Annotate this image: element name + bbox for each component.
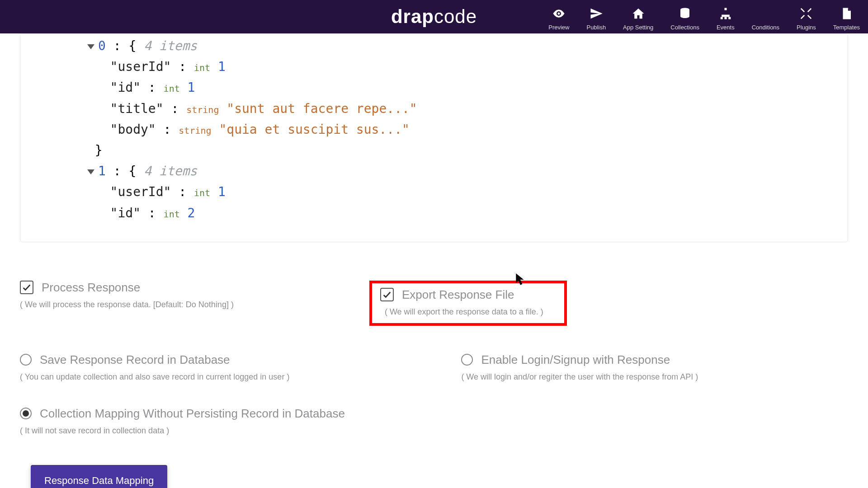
hash-icon bbox=[759, 7, 772, 22]
response-options: Process Response ( We will process the r… bbox=[14, 242, 854, 436]
templates-button[interactable]: Templates bbox=[833, 7, 860, 31]
option-help: ( We will export the response data to a … bbox=[385, 307, 543, 317]
caret-down-icon[interactable] bbox=[87, 169, 94, 174]
top-toolbar: drapcode Preview Publish App Setting Col… bbox=[0, 0, 868, 33]
file-icon bbox=[840, 7, 853, 22]
toolbar-label: Plugins bbox=[797, 24, 816, 31]
svg-point-0 bbox=[558, 12, 560, 14]
json-line: } bbox=[34, 140, 848, 161]
toolbar-label: Templates bbox=[833, 24, 860, 31]
json-line: 1 : { 4 items bbox=[34, 161, 848, 182]
highlighted-export-option: Export Response File ( We will export th… bbox=[369, 281, 567, 326]
radio-unselected-icon[interactable] bbox=[461, 354, 473, 366]
option-help: ( It will not save record in collection … bbox=[20, 426, 345, 436]
svg-rect-5 bbox=[728, 17, 731, 19]
json-response-viewer[interactable]: 0 : { 4 items "userId" : int 1 "id" : in… bbox=[20, 33, 848, 242]
checkbox-checked-icon[interactable] bbox=[20, 281, 33, 294]
conditions-button[interactable]: Conditions bbox=[752, 7, 779, 31]
json-line: 0 : { 4 items bbox=[34, 36, 848, 56]
toolbar-label: Publish bbox=[586, 24, 606, 31]
collection-mapping-option[interactable]: Collection Mapping Without Persisting Re… bbox=[20, 407, 345, 436]
json-line: "title" : string "sunt aut facere repe..… bbox=[34, 99, 848, 119]
tools-icon bbox=[799, 7, 813, 22]
paper-plane-icon bbox=[590, 7, 603, 22]
process-response-option[interactable]: Process Response ( We will process the r… bbox=[20, 281, 234, 310]
option-label: Process Response bbox=[42, 281, 140, 295]
svg-rect-3 bbox=[721, 17, 723, 19]
plugins-button[interactable]: Plugins bbox=[797, 7, 816, 31]
json-line: "userId" : int 1 bbox=[34, 182, 848, 202]
radio-unselected-icon[interactable] bbox=[20, 354, 32, 366]
json-line: "id" : int 1 bbox=[34, 77, 848, 98]
eye-icon bbox=[552, 7, 566, 22]
option-label: Enable Login/Signup with Response bbox=[481, 353, 670, 367]
option-help: ( You can update collection and also sav… bbox=[20, 372, 289, 382]
page-content: 0 : { 4 items "userId" : int 1 "id" : in… bbox=[0, 33, 868, 488]
sitemap-icon bbox=[719, 7, 732, 22]
export-response-option[interactable]: Export Response File ( We will export th… bbox=[380, 288, 543, 317]
json-line: "body" : string "quia et suscipit sus...… bbox=[34, 119, 848, 140]
events-button[interactable]: Events bbox=[717, 7, 735, 31]
toolbar-label: Collections bbox=[670, 24, 699, 31]
save-db-option[interactable]: Save Response Record in Database ( You c… bbox=[20, 353, 289, 382]
toolbar-label: App Setting bbox=[623, 24, 653, 31]
toolbar-label: Events bbox=[717, 24, 735, 31]
brand-suffix: code bbox=[434, 6, 477, 27]
toolbar-label: Preview bbox=[548, 24, 569, 31]
top-actions: Preview Publish App Setting Collections … bbox=[548, 3, 868, 31]
home-icon bbox=[632, 7, 645, 22]
database-icon bbox=[678, 7, 692, 22]
svg-rect-2 bbox=[724, 8, 726, 10]
option-help: ( We will process the response data. [De… bbox=[20, 300, 234, 310]
brand-prefix: drap bbox=[391, 6, 434, 27]
json-line: "id" : int 2 bbox=[34, 203, 848, 224]
caret-down-icon[interactable] bbox=[87, 44, 94, 49]
response-data-mapping-tab[interactable]: Response Data Mapping bbox=[31, 465, 167, 488]
json-pre: 0 : { 4 items "userId" : int 1 "id" : in… bbox=[34, 36, 848, 224]
checkbox-checked-icon[interactable] bbox=[380, 288, 394, 301]
option-label: Collection Mapping Without Persisting Re… bbox=[40, 407, 345, 421]
collections-button[interactable]: Collections bbox=[670, 7, 699, 31]
app-setting-button[interactable]: App Setting bbox=[623, 7, 653, 31]
enable-login-option[interactable]: Enable Login/Signup with Response ( We w… bbox=[461, 353, 698, 382]
toolbar-label: Conditions bbox=[752, 24, 779, 31]
json-line: "userId" : int 1 bbox=[34, 56, 848, 77]
option-help: ( We will login and/or regiter the user … bbox=[461, 372, 698, 382]
preview-button[interactable]: Preview bbox=[548, 7, 569, 31]
publish-button[interactable]: Publish bbox=[586, 7, 606, 31]
option-label: Export Response File bbox=[402, 288, 514, 302]
brand-logo: drapcode bbox=[391, 6, 477, 28]
svg-rect-4 bbox=[724, 17, 726, 19]
option-label: Save Response Record in Database bbox=[40, 353, 230, 367]
radio-selected-icon[interactable] bbox=[20, 408, 32, 419]
